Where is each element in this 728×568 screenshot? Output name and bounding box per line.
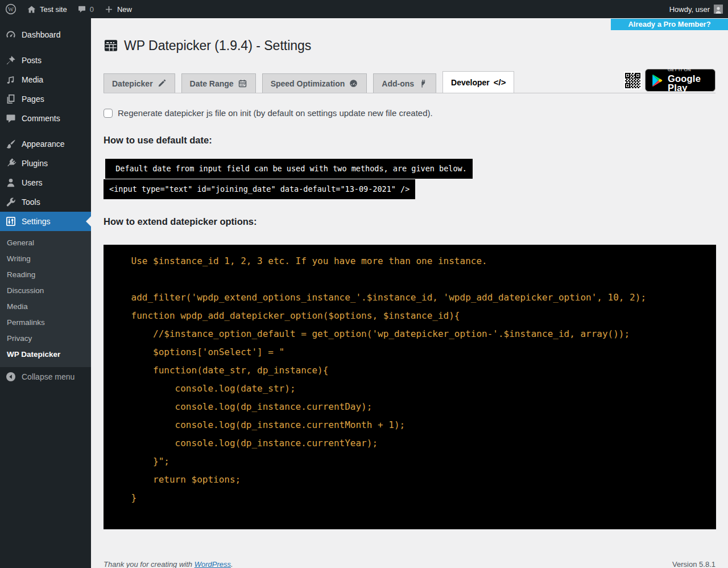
page-title: WP Datepicker (1.9.4) - Settings bbox=[104, 37, 715, 54]
default-date-heading: How to use default date: bbox=[104, 135, 715, 146]
pages-icon bbox=[5, 93, 16, 105]
submenu-item-wp-datepicker[interactable]: WP Datepicker bbox=[0, 347, 91, 363]
person-icon bbox=[5, 177, 16, 188]
sidebar-item-label: Tools bbox=[22, 197, 40, 207]
pro-member-banner[interactable]: Already a Pro Member? bbox=[611, 19, 728, 30]
sidebar-item-pages[interactable]: Pages bbox=[0, 89, 91, 109]
new-label: New bbox=[117, 5, 132, 14]
menu-separator bbox=[0, 128, 91, 134]
google-play-name: Google Play bbox=[668, 74, 709, 93]
howdy-label: Howdy, user bbox=[669, 5, 710, 14]
code-icon: </> bbox=[494, 77, 506, 87]
sidebar-item-settings[interactable]: Settings bbox=[0, 212, 91, 231]
store-badges: GET IT ON Google Play bbox=[624, 69, 715, 92]
tab-datepicker[interactable]: Datepicker bbox=[104, 73, 175, 93]
sidebar-item-appearance[interactable]: Appearance bbox=[0, 134, 91, 154]
plus-icon bbox=[104, 5, 114, 14]
qr-code bbox=[624, 72, 642, 89]
extend-options-heading: How to extend datepicker options: bbox=[104, 216, 715, 227]
footer-thanks: Thank you for creating with WordPress. bbox=[104, 560, 233, 568]
calendar-icon bbox=[238, 79, 247, 88]
sidebar-item-label: Users bbox=[22, 178, 43, 187]
submenu-item-permalinks[interactable]: Permalinks bbox=[0, 315, 91, 331]
sidebar-item-tools[interactable]: Tools bbox=[0, 192, 91, 212]
submenu-item-discussion[interactable]: Discussion bbox=[0, 283, 91, 299]
sidebar-item-label: Settings bbox=[22, 217, 51, 226]
tab-developer[interactable]: Developer </> bbox=[442, 71, 514, 93]
default-date-code-html: <input type="text" id="joining_date" dat… bbox=[104, 179, 415, 199]
submenu-item-media[interactable]: Media bbox=[0, 299, 91, 315]
google-play-badge[interactable]: GET IT ON Google Play bbox=[645, 69, 715, 92]
sidebar-item-label: Media bbox=[22, 75, 43, 84]
footer-version: Version 5.8.1 bbox=[672, 560, 715, 568]
submenu-item-general[interactable]: General bbox=[0, 235, 91, 251]
sidebar-item-label: Appearance bbox=[22, 139, 65, 149]
new-menu[interactable]: New bbox=[99, 0, 137, 18]
google-play-triangle-icon bbox=[651, 74, 663, 87]
sidebar-item-plugins[interactable]: Plugins bbox=[0, 154, 91, 173]
regenerate-checkbox-label: Regenerate datepicker js file on init (b… bbox=[118, 108, 433, 118]
datepicker-table-icon bbox=[104, 38, 118, 53]
tab-add-ons[interactable]: Add-ons bbox=[373, 73, 436, 93]
collapse-arrow-icon bbox=[5, 371, 16, 382]
sidebar-item-label: Pages bbox=[22, 94, 44, 104]
sidebar-item-users[interactable]: Users bbox=[0, 173, 91, 192]
google-play-text: GET IT ON Google Play bbox=[668, 68, 709, 93]
sidebar-item-label: Comments bbox=[22, 114, 60, 123]
main-content: Already a Pro Member? WP Datepicker (1.9… bbox=[91, 18, 728, 568]
sidebar-item-media[interactable]: Media bbox=[0, 70, 91, 89]
admin-bar: W Test site 0 New Howdy, user bbox=[0, 0, 728, 18]
pencil-icon bbox=[157, 79, 167, 88]
pushpin-icon bbox=[5, 55, 16, 66]
wordpress-logo-menu[interactable]: W bbox=[0, 0, 22, 18]
settings-submenu: General Writing Reading Discussion Media… bbox=[0, 231, 91, 367]
collapse-menu-button[interactable]: Collapse menu bbox=[0, 367, 91, 386]
howdy-user-menu[interactable]: Howdy, user bbox=[669, 0, 710, 18]
wrench-icon bbox=[5, 196, 16, 208]
default-date-code-intro: Default date from input field can be use… bbox=[105, 159, 473, 179]
tab-label: Datepicker bbox=[112, 79, 153, 88]
sidebar-item-comments[interactable]: Comments bbox=[0, 109, 91, 128]
dashboard-gauge-icon bbox=[5, 29, 16, 40]
footer-thanks-prefix: Thank you for creating with bbox=[104, 560, 195, 568]
collapse-menu-label: Collapse menu bbox=[22, 372, 75, 381]
admin-footer: Thank you for creating with WordPress. V… bbox=[104, 560, 715, 568]
svg-text:W: W bbox=[8, 6, 14, 13]
menu-separator bbox=[0, 44, 91, 51]
sidebar-item-label: Posts bbox=[22, 56, 42, 65]
regenerate-checkbox[interactable] bbox=[104, 109, 113, 118]
comment-count: 0 bbox=[90, 5, 94, 14]
submenu-item-writing[interactable]: Writing bbox=[0, 251, 91, 267]
submenu-item-reading[interactable]: Reading bbox=[0, 267, 91, 283]
comments-bubble-icon bbox=[5, 113, 16, 124]
plug-icon bbox=[5, 158, 16, 169]
sidebar-item-label: Plugins bbox=[22, 159, 48, 168]
admin-sidebar: Dashboard Posts Media Pages Comments bbox=[0, 18, 91, 568]
comments-menu[interactable]: 0 bbox=[72, 0, 99, 18]
sliders-icon bbox=[5, 216, 16, 227]
regenerate-setting-row: Regenerate datepicker js file on init (b… bbox=[104, 108, 715, 118]
page-title-text: WP Datepicker (1.9.4) - Settings bbox=[124, 37, 311, 54]
plug-icon bbox=[418, 79, 428, 88]
tab-date-range[interactable]: Date Range bbox=[181, 73, 256, 93]
wordpress-link[interactable]: WordPress bbox=[195, 560, 231, 568]
site-name-label: Test site bbox=[40, 5, 67, 14]
tab-bar: Datepicker Date Range Speed Optimization… bbox=[104, 70, 715, 93]
paintbrush-icon bbox=[5, 138, 16, 150]
site-name-menu[interactable]: Test site bbox=[22, 0, 72, 18]
wordpress-logo-icon: W bbox=[5, 3, 16, 15]
tab-label: Speed Optimization bbox=[271, 79, 345, 88]
comment-bubble-icon bbox=[77, 5, 86, 14]
speedometer-icon bbox=[349, 79, 358, 88]
footer-thanks-suffix: . bbox=[231, 560, 233, 568]
sidebar-item-dashboard[interactable]: Dashboard bbox=[0, 25, 91, 44]
tab-speed-optimization[interactable]: Speed Optimization bbox=[262, 73, 367, 93]
tab-label: Date Range bbox=[190, 79, 234, 88]
current-menu-arrow bbox=[86, 216, 91, 227]
sidebar-item-posts[interactable]: Posts bbox=[0, 51, 91, 70]
home-icon bbox=[27, 5, 36, 14]
submenu-item-privacy[interactable]: Privacy bbox=[0, 331, 91, 347]
tab-label: Developer bbox=[451, 78, 490, 87]
google-play-tagline: GET IT ON bbox=[668, 68, 709, 72]
tab-label: Add-ons bbox=[382, 79, 414, 88]
